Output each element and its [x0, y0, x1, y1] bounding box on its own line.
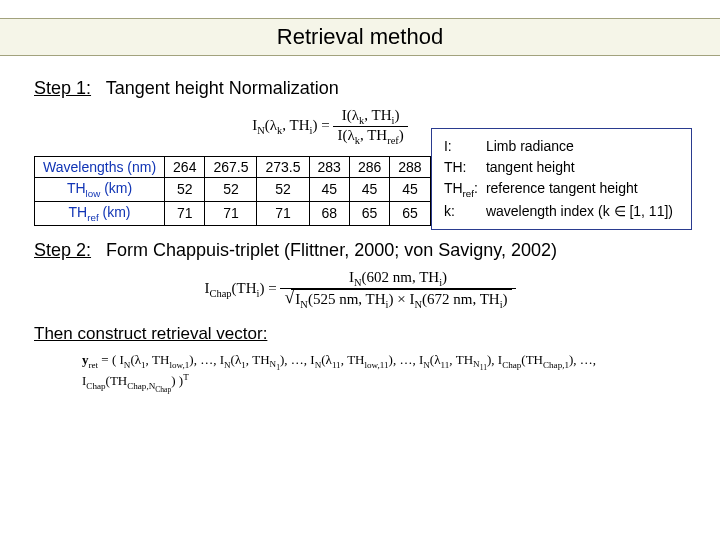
- row-header: THlow (km): [35, 178, 165, 202]
- equation-yret: yret = ( IN(λ1, THlow,1), …, IN(λ1, THN1…: [82, 352, 686, 394]
- legend-box: I:Limb radiance TH:tangent height THref:…: [431, 128, 692, 230]
- step1-label: Step 1:: [34, 78, 91, 98]
- then-label: Then construct retrieval vector:: [34, 324, 267, 343]
- step2-line: Step 2: Form Chappuis-triplet (Flittner,…: [34, 240, 686, 261]
- equation-2: IChap(THi) = IN(602 nm, THi) √IN(525 nm,…: [34, 269, 686, 310]
- row-header: Wavelengths (nm): [35, 157, 165, 178]
- page-title: Retrieval method: [0, 18, 720, 56]
- step2-label: Step 2:: [34, 240, 91, 260]
- content: Step 1: Tangent height Normalization IN(…: [0, 56, 720, 394]
- legend-table: I:Limb radiance TH:tangent height THref:…: [442, 135, 681, 223]
- step2-text: Form Chappuis-triplet (Flittner, 2000; v…: [106, 240, 557, 260]
- row-header: THref (km): [35, 201, 165, 225]
- step1-text: Tangent height Normalization: [106, 78, 339, 98]
- then-line: Then construct retrieval vector:: [34, 324, 686, 344]
- step1-line: Step 1: Tangent height Normalization: [34, 78, 686, 99]
